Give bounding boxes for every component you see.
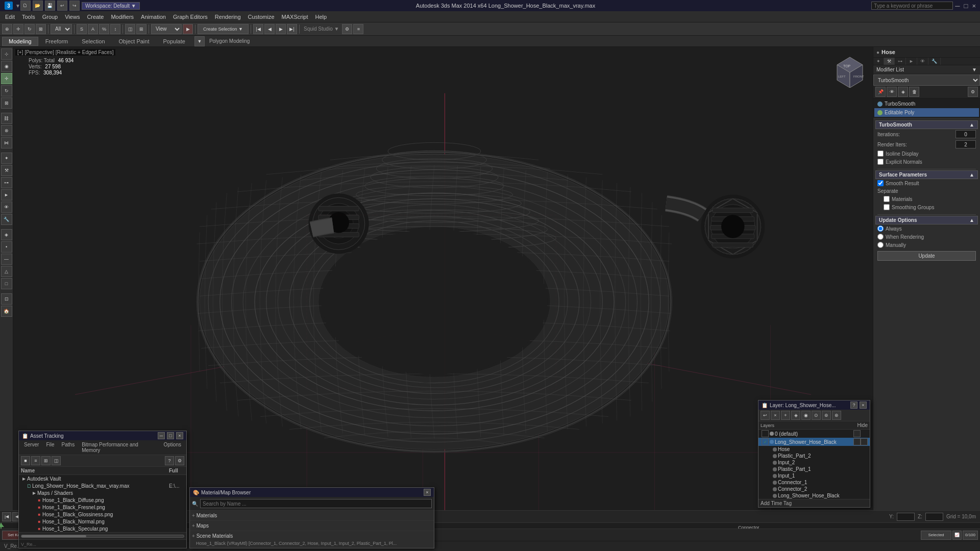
at-tool-6[interactable]: ⚙ [175,456,184,465]
mb-scene-section[interactable]: Scene Materials Hose_1_Black (VRayMtl) [… [190,531,434,548]
save-btn[interactable]: 💾 [45,1,55,11]
at-tool-4[interactable]: ◫ [52,456,61,465]
layer-item-plastic2[interactable]: Plastic_Part_2 [758,453,870,459]
tab-options-btn[interactable]: ▼ [194,36,205,46]
remove-modifier-btn[interactable]: 🗑 [909,87,919,97]
at-row-file[interactable]: 🗋 Long_Shower_Hose_Black_max_vray.max E:… [19,482,186,489]
update-button[interactable]: Update [877,251,976,261]
move-btn[interactable]: ✛ [13,24,23,34]
modifier-editpoly[interactable]: Editable Poly [874,108,979,117]
menu-views[interactable]: Views [62,13,83,21]
hierarchy-btn[interactable]: ⊶ [1,177,12,188]
at-menu-bitmap[interactable]: Bitmap Performance and Memory [79,441,159,454]
make-unique-btn[interactable]: ◈ [898,87,908,97]
layer-item-hose[interactable]: Hose [758,446,870,453]
at-tool-2[interactable]: ≡ [31,456,40,465]
redo-btn[interactable]: ↪ [69,1,80,11]
tab-freeform[interactable]: Freeform [39,37,75,46]
layer-hose-vis[interactable] [853,438,861,445]
mb-search-input[interactable] [200,499,432,508]
goto-start-btn[interactable]: |◀ [2,512,11,521]
rotate-btn[interactable]: ↻ [24,24,35,34]
lt-add-btn[interactable]: + [781,411,790,420]
view-dropdown[interactable]: View [151,24,182,34]
menu-tools[interactable]: Tools [19,13,38,21]
filter-dropdown[interactable]: All [51,24,72,34]
minimize-btn[interactable]: ─ [955,2,960,10]
open-btn[interactable]: 📂 [33,1,43,11]
at-row-fresnel[interactable]: ■ Hose_1_Black_Fresnel.png [19,504,186,511]
at-menu-paths[interactable]: Paths [59,441,78,454]
tab-modeling[interactable]: Modeling [2,37,38,46]
at-scrollbar[interactable] [19,532,186,539]
select-mode-btn[interactable]: ⊕ [2,24,12,34]
render-frame-btn[interactable]: ▶ [183,24,193,34]
select-tool-btn[interactable]: ⊹ [1,48,12,60]
layer-default-check[interactable] [762,430,769,437]
extra-btn1[interactable]: ⚙ [342,24,352,34]
rp-create-tab[interactable]: ✦ [873,58,884,65]
layer-hose-black[interactable]: ✓ Long_Shower_Hose_Black [758,438,870,446]
layers-titlebar[interactable]: 📋 Layer: Long_Shower_Hose... ? × [758,400,870,410]
face-btn[interactable]: △ [1,266,12,277]
add-time-tag-btn[interactable]: Add Time Tag [758,499,870,507]
mirror-btn[interactable]: ◫ [125,24,135,34]
at-row-specular[interactable]: ■ Hose_1_Black_Specular.png [19,525,186,532]
next-key-btn[interactable]: ▶| [287,24,297,34]
motion-btn[interactable]: ► [1,189,12,201]
iterations-input[interactable] [955,130,976,138]
layer-item-conn2[interactable]: Connector_2 [758,486,870,492]
menu-group[interactable]: Group [39,13,61,21]
bind-btn[interactable]: ⊗ [1,125,12,136]
play-btn[interactable]: ▶ [276,24,286,34]
align-btn[interactable]: ⊞ [136,24,146,34]
element-btn[interactable]: □ [1,278,12,289]
move-tool-btn[interactable]: ✛ [1,73,12,84]
scale-tool-btn[interactable]: ⊠ [1,97,12,109]
menu-create[interactable]: Create [84,13,107,21]
view-cube[interactable]: TOP LEFT FRONT [832,52,868,88]
mb-maps-section[interactable]: Maps [190,521,434,531]
snap3d-btn[interactable]: ⊡ [1,293,12,305]
mb-scene-title[interactable]: Scene Materials [192,532,432,540]
rotate-tool-btn[interactable]: ↻ [1,85,12,96]
at-minimize-btn[interactable]: ─ [158,432,165,439]
sub-obj-btn[interactable]: ◈ [1,229,12,240]
close-btn[interactable]: × [972,2,976,10]
viewport[interactable]: [+] [Perspective] [Realistic + Edged Fac… [13,47,873,551]
lt-btn8[interactable]: ⊛ [832,411,841,420]
layer-default[interactable]: 0 (default) [758,430,870,438]
lt-btn7[interactable]: ⊚ [822,411,831,420]
at-row-diffuse[interactable]: ■ Hose_1_Black_Diffuse.png [19,496,186,504]
at-menu-file[interactable]: File [43,441,57,454]
spinner-snap-btn[interactable]: ↕ [110,24,120,34]
lt-btn4[interactable]: ◈ [791,411,800,420]
layers-question-btn[interactable]: ? [850,402,857,409]
menu-graph-editors[interactable]: Graph Editors [170,13,211,21]
modifier-dropdown[interactable]: TurboSmooth Bend FFD [873,74,980,86]
scene-btn[interactable]: 🏠 [1,306,12,317]
rp-display-tab[interactable]: 👁 [917,58,928,65]
materials-checkbox[interactable] [884,196,890,202]
menu-customize[interactable]: Customize [245,13,278,21]
surface-section-title[interactable]: Surface Parameters ▲ [875,170,978,179]
smoothing-groups-checkbox[interactable] [884,204,890,210]
menu-maxscript[interactable]: MAXScript [279,13,311,21]
show-result-btn[interactable]: 👁 [887,87,897,97]
at-restore-btn[interactable]: □ [167,432,174,439]
prev-key-btn[interactable]: ◀ [264,24,275,34]
unlink-btn[interactable]: ⋈ [1,137,12,148]
modify-btn[interactable]: ⚒ [1,165,12,176]
menu-animation[interactable]: Animation [138,13,169,21]
mb-materials-title[interactable]: Materials [192,512,432,519]
when-rendering-radio[interactable] [877,234,884,240]
layer-hose-check[interactable]: ✓ [762,438,769,445]
asset-tracking-titlebar[interactable]: 📋 Asset Tracking ─ □ × [19,431,186,440]
layer-default-vis[interactable] [853,430,861,437]
config-btn[interactable]: ⚙ [968,87,978,97]
menu-edit[interactable]: Edit [2,13,18,21]
layer-item-input1[interactable]: Input_1 [758,472,870,479]
layer-item-plastic1[interactable]: Plastic_Part_1 [758,466,870,472]
material-browser-titlebar[interactable]: 🎨 Material/Map Browser × [190,488,434,497]
isoline-checkbox[interactable] [877,151,884,157]
